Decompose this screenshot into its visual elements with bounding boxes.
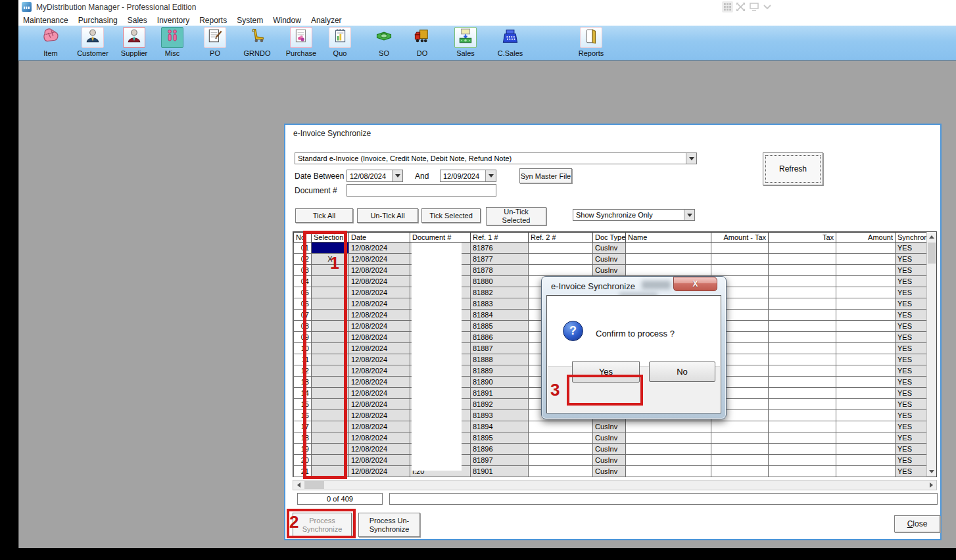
cell-sync: YES (896, 399, 927, 410)
menu-reports[interactable]: Reports (199, 16, 227, 25)
no-button[interactable]: No (649, 362, 715, 382)
cell-amount (836, 410, 896, 421)
toolbar-misc[interactable]: Misc (156, 27, 188, 60)
table-row[interactable]: 0112/08/2024I:2081876CusInvYES (294, 243, 927, 254)
date-from-dropdown[interactable]: 12/08/2024 (347, 170, 403, 182)
invoice-type-dropdown[interactable]: Standard e-Invoice (Invoice, Credit Note… (295, 152, 697, 164)
column-header[interactable]: Tax (769, 233, 836, 243)
toolbar-do[interactable]: DO (406, 27, 438, 60)
scroll-right-icon[interactable] (926, 480, 936, 490)
scroll-left-icon[interactable] (293, 480, 304, 490)
column-header[interactable]: Synchron (896, 233, 927, 243)
cell-sync: YES (896, 321, 927, 332)
toolbar-purchase[interactable]: Purchase (285, 27, 317, 60)
cell-tax (769, 332, 836, 343)
table-row[interactable]: 0312/08/2024I:2081878CusInvYES (294, 265, 927, 276)
column-header[interactable]: Ref. 1 # (471, 233, 529, 243)
toolbar-customer[interactable]: Customer (77, 27, 108, 60)
column-header[interactable]: Doc Type (593, 233, 626, 243)
menu-maintenance[interactable]: Maintenance (23, 16, 68, 25)
table-row[interactable]: 1812/08/2024I:2081895CusInvYES (294, 432, 927, 444)
column-header[interactable]: Document # (410, 233, 471, 243)
vertical-scrollbar[interactable] (926, 232, 936, 477)
syn-master-file-button[interactable]: Syn Master File (519, 168, 572, 183)
column-header[interactable]: Amount (836, 233, 896, 243)
date-to-dropdown[interactable]: 12/09/2024 (440, 170, 496, 182)
menu-inventory[interactable]: Inventory (157, 16, 189, 25)
menu-purchasing[interactable]: Purchasing (78, 16, 118, 25)
menu-system[interactable]: System (237, 16, 263, 25)
dialog-close-icon[interactable]: X (673, 277, 717, 291)
horizontal-scroll-thumb[interactable] (304, 481, 324, 489)
cell-ref1: 81891 (471, 388, 529, 399)
tick-selected-button[interactable]: Tick Selected (421, 208, 481, 223)
cell-amount (836, 310, 896, 321)
untick-selected-button[interactable]: Un-Tick Selected (486, 207, 546, 225)
table-row[interactable]: 02X12/08/2024I:2081877CusInvYES (294, 254, 927, 265)
column-header[interactable]: Date (349, 233, 410, 243)
cell-amount (836, 455, 896, 466)
table-row[interactable]: 2112/08/2024I:2081901CusInvYES (294, 466, 927, 477)
cell-date: 12/08/2024 (349, 399, 410, 410)
cell-name (626, 455, 711, 466)
toolbar-grndo[interactable]: GRNDO (241, 27, 273, 60)
scroll-up-icon[interactable] (927, 232, 936, 242)
cell-date: 12/08/2024 (349, 466, 410, 477)
show-filter-dropdown[interactable]: Show Synchronize Only (573, 209, 695, 221)
chevron-down-icon[interactable] (761, 1, 773, 12)
cell-doctype: CusInv (593, 466, 626, 477)
document-number-input[interactable] (347, 184, 496, 197)
cell-tax (769, 321, 836, 332)
cell-sync: YES (896, 432, 927, 444)
vertical-scroll-thumb[interactable] (928, 243, 936, 264)
cell-amt_tax (711, 243, 769, 254)
menu-window[interactable]: Window (273, 16, 301, 25)
toolbar-sales[interactable]: Sales (450, 27, 481, 60)
scroll-down-icon[interactable] (927, 467, 936, 477)
horizontal-scrollbar[interactable] (293, 480, 937, 490)
menu-analyzer[interactable]: Analyzer (311, 16, 342, 25)
tick-all-button[interactable]: Tick All (295, 208, 353, 223)
process-unsynchronize-button[interactable]: Process Un-Synchronize (358, 513, 420, 537)
toolbar-label-reports: Reports (575, 49, 607, 57)
toolbar-csales[interactable]: C.Sales (494, 27, 526, 60)
cell-date: 12/08/2024 (349, 298, 410, 310)
column-header[interactable]: Amount - Tax (711, 233, 769, 243)
menu-sales[interactable]: Sales (128, 16, 147, 25)
cell-ref2 (529, 432, 593, 444)
column-header[interactable]: Ref. 2 # (529, 233, 593, 243)
cell-tax (769, 455, 836, 466)
toolbar-so[interactable]: SO (368, 27, 400, 60)
cell-amount (836, 243, 896, 254)
column-header[interactable]: Name (626, 233, 711, 243)
close-button[interactable]: Close (894, 515, 940, 532)
date-between-label: Date Between (295, 172, 344, 181)
cell-date: 12/08/2024 (349, 243, 410, 254)
untick-all-button[interactable]: Un-Tick All (357, 208, 418, 223)
title-bar: MyDistribution Manager - Professional Ed… (18, 0, 956, 14)
refresh-button[interactable]: Refresh (763, 152, 823, 185)
cell-doctype: CusInv (593, 421, 626, 432)
grid-icon[interactable] (722, 1, 733, 12)
toolbar-po[interactable]: PO (199, 27, 231, 60)
cell-sync: YES (896, 377, 927, 388)
table-row[interactable]: 2012/08/2024I:2081897CusInvYES (294, 455, 927, 466)
cell-ref1: 81882 (471, 287, 529, 298)
cell-ref2 (529, 455, 593, 466)
cell-sync: YES (896, 243, 927, 254)
expand-icon[interactable] (735, 1, 746, 12)
monitor-icon[interactable] (748, 1, 759, 12)
table-row[interactable]: 1712/08/2024I:2081894CusInvYES (294, 421, 927, 432)
toolbar-supplier[interactable]: Supplier (118, 27, 150, 60)
cell-date: 12/08/2024 (349, 254, 410, 265)
cell-amount (836, 343, 896, 354)
cell-ref1: 81890 (471, 377, 529, 388)
invoice-type-value: Standard e-Invoice (Invoice, Credit Note… (298, 154, 512, 162)
cell-amount (836, 399, 896, 410)
toolbar-quo[interactable]: Quo (324, 27, 356, 60)
toolbar-label-do: DO (406, 49, 438, 57)
toolbar-reports[interactable]: Reports (575, 27, 607, 60)
table-row[interactable]: 1912/08/2024I:2081896CusInvYES (294, 444, 927, 455)
toolbar-item[interactable]: Item (35, 27, 66, 60)
cell-date: 12/08/2024 (349, 377, 410, 388)
